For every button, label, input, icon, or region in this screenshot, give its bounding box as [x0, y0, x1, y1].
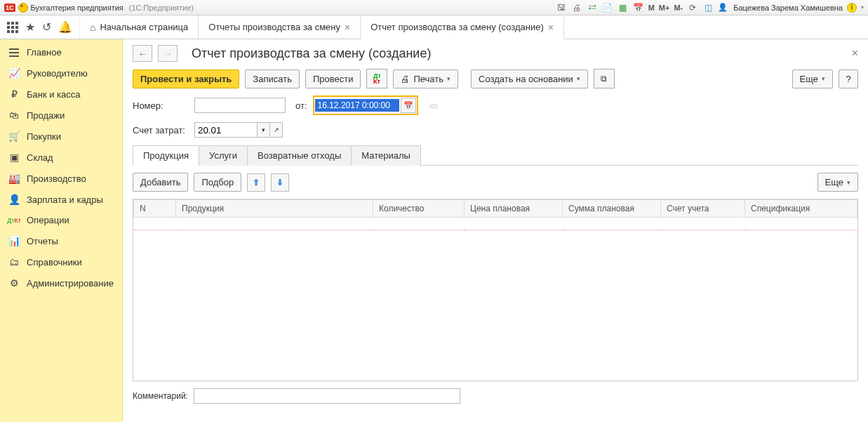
create-based-button[interactable]: Создать на основании▾ [471, 70, 588, 88]
user-name[interactable]: Бацежева Зарема Хамишевна [733, 4, 843, 12]
sidebar-item-label: Руководителю [27, 68, 88, 79]
info-caret[interactable]: ▾ [861, 4, 864, 11]
subtab-services[interactable]: Услуги [199, 145, 248, 166]
col-qty[interactable]: Количество [373, 200, 465, 218]
sidebar-item-hr[interactable]: 👤Зарплата и кадры [0, 189, 122, 210]
subtab-returns[interactable]: Возвратные отходы [247, 145, 352, 166]
subtab-materials[interactable]: Материалы [351, 145, 421, 166]
date-input[interactable]: 16.12.2017 0:00:00 [315, 99, 399, 112]
grid[interactable]: N Продукция Количество Цена плановая Сум… [133, 199, 858, 381]
btn-label: Печать [413, 74, 443, 84]
sidebar-item-label: Отчеты [27, 236, 58, 246]
star-icon[interactable]: ★ [25, 20, 35, 34]
help-button[interactable]: ? [839, 70, 858, 88]
windows-icon[interactable]: ◫ [702, 2, 714, 13]
table-row[interactable] [134, 218, 857, 230]
sidebar-item-label: Производство [27, 173, 86, 184]
btn-label: Еще [825, 177, 843, 187]
calendar-ghost-icon[interactable]: ▭ [429, 100, 438, 111]
add-button[interactable]: Добавить [133, 173, 188, 192]
sidebar-item-bank[interactable]: ₽Банк и касса [0, 84, 122, 105]
structure-button[interactable]: ⧉ [594, 69, 615, 88]
sidebar-item-main[interactable]: Главное [0, 42, 122, 62]
select-button[interactable]: Подбор [194, 173, 241, 192]
print-icon[interactable]: 🖨 [571, 2, 582, 13]
calendar-button[interactable]: 📅 [401, 98, 416, 113]
post-button[interactable]: Провести [305, 70, 361, 88]
account-row: Счет затрат: ▾ ↗ [133, 122, 858, 138]
sidebar-item-label: Покупки [27, 131, 61, 142]
memory-m-plus[interactable]: M+ [659, 4, 670, 12]
tab-report-create[interactable]: Отчет производства за смену (создание) × [361, 16, 564, 39]
col-price[interactable]: Цена плановая [465, 200, 563, 218]
close-icon[interactable]: × [345, 22, 350, 33]
col-sum[interactable]: Сумма плановая [563, 200, 661, 218]
account-combo: ▾ ↗ [194, 122, 283, 138]
sidebar-item-admin[interactable]: ⚙Администрирование [0, 272, 122, 294]
back-button[interactable]: ← [133, 45, 152, 62]
col-product[interactable]: Продукция [176, 200, 373, 218]
grid-more-button[interactable]: Еще▾ [817, 173, 858, 192]
number-row: Номер: от: 16.12.2017 0:00:00 📅 ▭ [133, 95, 858, 115]
caret-down-icon: ▾ [822, 75, 825, 82]
info-icon[interactable]: i [847, 3, 857, 13]
more-button[interactable]: Еще▾ [792, 70, 833, 88]
caret-down-icon: ▾ [577, 75, 580, 82]
person-icon: 👤 [8, 194, 20, 205]
move-up-button[interactable]: ⬆ [247, 173, 265, 192]
folder-icon: 🗂 [8, 256, 20, 268]
col-n[interactable]: N [134, 200, 176, 218]
dropdown-round-icon[interactable] [18, 3, 28, 13]
sidebar-item-sales[interactable]: 🛍Продажи [0, 105, 122, 126]
refresh-icon[interactable]: ⟳ [687, 2, 698, 13]
grid-header-row: N Продукция Количество Цена плановая Сум… [134, 200, 857, 218]
close-form-icon[interactable]: × [852, 47, 858, 60]
col-spec[interactable]: Спецификация [745, 200, 857, 218]
move-down-button[interactable]: ⬇ [271, 173, 289, 192]
account-open-button[interactable]: ↗ [270, 122, 283, 138]
account-dropdown-button[interactable]: ▾ [258, 122, 270, 138]
history-icon[interactable]: ↺ [42, 20, 51, 34]
subtab-products[interactable]: Продукция [133, 145, 199, 166]
main: Главное 📈Руководителю ₽Банк и касса 🛍Про… [0, 39, 868, 422]
tab-reports-list[interactable]: Отчеты производства за смену × [199, 15, 361, 39]
document-icon[interactable]: 📄 [602, 2, 613, 13]
save-button[interactable]: Записать [245, 70, 300, 88]
page-title: Отчет производства за смену (создание) [192, 46, 431, 61]
compare-icon[interactable]: ⮂ [587, 2, 598, 13]
tab-home[interactable]: ⌂ Начальная страница [80, 15, 199, 39]
number-input[interactable] [194, 98, 286, 113]
sidebar-item-manager[interactable]: 📈Руководителю [0, 62, 122, 84]
post-and-close-button[interactable]: Провести и закрыть [133, 70, 239, 88]
sidebar-item-production[interactable]: 🏭Производство [0, 168, 122, 189]
forward-button[interactable]: → [158, 45, 178, 62]
apps-icon[interactable] [7, 22, 18, 33]
caret-down-icon: ▾ [847, 179, 850, 186]
sidebar-item-purchase[interactable]: 🛒Покупки [0, 126, 122, 147]
table-icon[interactable]: ▦ [617, 2, 629, 13]
sidebar-item-label: Зарплата и кадры [27, 194, 103, 205]
memory-m-minus[interactable]: M- [674, 4, 683, 12]
calendar-icon[interactable]: 📅 [633, 2, 644, 13]
chart-up-icon: 📈 [8, 67, 20, 79]
memory-m[interactable]: M [648, 4, 655, 12]
sidebar-item-catalogs[interactable]: 🗂Справочники [0, 251, 122, 272]
titlebar: 1C Бухгалтерия предприятия (1С:Предприят… [0, 0, 868, 15]
account-input[interactable] [194, 122, 258, 138]
print-button[interactable]: 🖨Печать▾ [393, 70, 458, 88]
close-icon[interactable]: × [548, 22, 554, 33]
save-icon[interactable]: 🖫 [556, 2, 567, 13]
titlebar-left: 1C Бухгалтерия предприятия (1С:Предприят… [4, 3, 556, 13]
btn-label: Провести и закрыть [140, 74, 232, 84]
tabbar: ★ ↺ 🔔 ⌂ Начальная страница Отчеты произв… [0, 15, 868, 39]
bell-icon[interactable]: 🔔 [58, 20, 72, 34]
dtkt-button[interactable]: ДтКт [366, 69, 387, 88]
btn-label: Подбор [201, 177, 234, 187]
subtab-label: Услуги [209, 150, 237, 161]
col-account[interactable]: Счет учета [661, 200, 745, 218]
caret-down-icon: ▾ [447, 75, 450, 82]
sidebar-item-warehouse[interactable]: ▣Склад [0, 147, 122, 168]
sidebar-item-operations[interactable]: ДтКтОперации [0, 210, 122, 230]
sidebar-item-reports[interactable]: 📊Отчеты [0, 230, 122, 251]
comment-input[interactable] [194, 388, 460, 404]
